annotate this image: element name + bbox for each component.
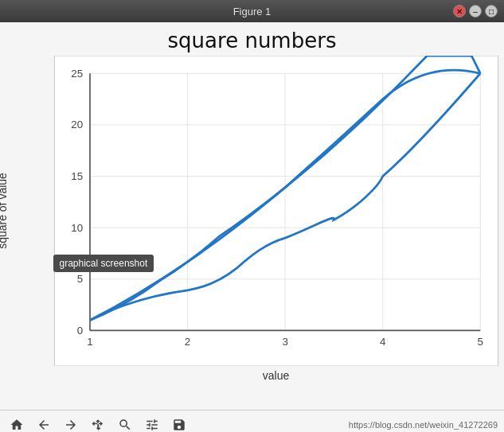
chart-wrapper: square of value graphical screenshot — [6, 56, 499, 366]
maximize-button[interactable]: □ — [485, 5, 498, 18]
forward-button[interactable] — [61, 414, 81, 433]
window-controls: ✕ – □ — [453, 5, 498, 18]
plot-title: square numbers — [168, 29, 337, 53]
y-axis-label: square of value — [0, 173, 8, 249]
titlebar: Figure 1 ✕ – □ — [0, 0, 504, 22]
home-button[interactable] — [6, 414, 27, 433]
close-button[interactable]: ✕ — [453, 5, 466, 18]
save-button[interactable] — [169, 414, 189, 433]
toolbar-url: https://blog.csdn.net/weixin_41272269 — [349, 420, 498, 430]
minimize-button[interactable]: – — [469, 5, 482, 18]
back-button[interactable] — [33, 414, 54, 433]
window-title: Figure 1 — [233, 6, 272, 18]
svg-text:0: 0 — [76, 325, 82, 337]
svg-rect-0 — [54, 56, 498, 366]
svg-text:2: 2 — [184, 336, 189, 348]
svg-text:25: 25 — [71, 68, 83, 80]
chart-area[interactable]: graphical screenshot — [53, 56, 499, 366]
chart-svg: 0 5 10 15 20 25 1 2 3 4 5 — [53, 56, 499, 366]
settings-button[interactable] — [142, 414, 162, 433]
svg-text:20: 20 — [71, 119, 83, 130]
svg-text:5: 5 — [477, 336, 483, 348]
svg-text:4: 4 — [379, 336, 385, 348]
tooltip: graphical screenshot — [53, 255, 154, 272]
zoom-button[interactable] — [115, 414, 135, 433]
toolbar: https://blog.csdn.net/weixin_41272269 — [0, 410, 504, 432]
svg-text:5: 5 — [76, 273, 82, 285]
svg-text:1: 1 — [87, 336, 92, 348]
svg-text:3: 3 — [282, 336, 287, 348]
svg-text:15: 15 — [71, 170, 83, 182]
pan-button[interactable] — [88, 414, 108, 433]
svg-text:10: 10 — [71, 222, 83, 234]
plot-container: square numbers square of value graphical… — [0, 22, 504, 410]
x-axis-label: value — [263, 369, 289, 382]
